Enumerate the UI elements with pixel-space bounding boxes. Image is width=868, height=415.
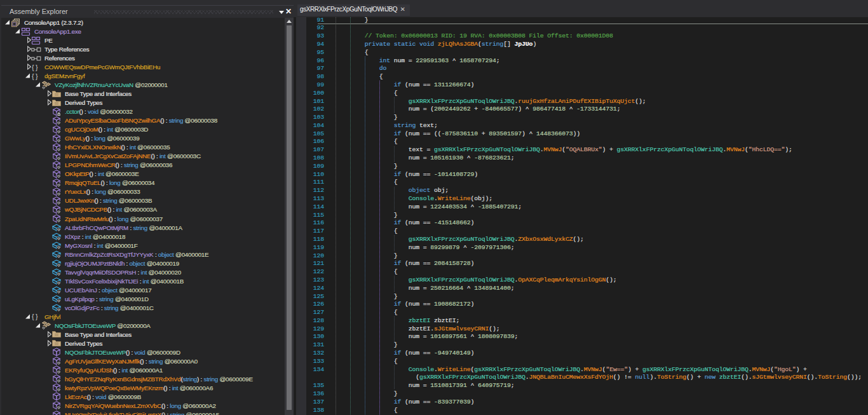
svg-text:{ }: { } <box>32 72 38 79</box>
svg-text:{ }: { } <box>32 313 38 320</box>
svg-text:{ }: { } <box>32 63 38 71</box>
